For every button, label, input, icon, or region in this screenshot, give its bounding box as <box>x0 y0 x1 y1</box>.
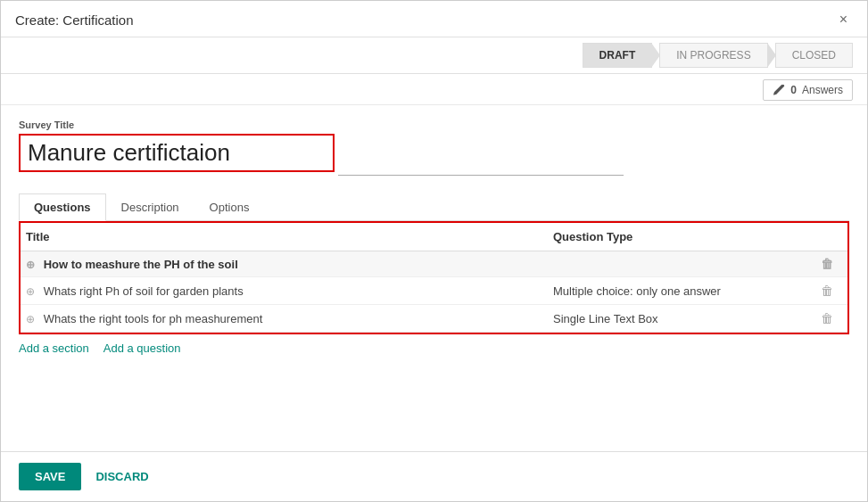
modal-body: Survey Title Questions Description Optio… <box>1 105 867 451</box>
question-type-cell: Single Line Text Box <box>548 305 815 333</box>
status-step-in-progress[interactable]: IN PROGRESS <box>659 43 767 68</box>
save-button[interactable]: SAVE <box>19 463 81 490</box>
question-title-text: Whats right Ph of soil for garden plants <box>44 284 244 298</box>
survey-title-underline <box>338 175 624 176</box>
drag-handle[interactable]: ⊕ <box>26 285 35 298</box>
close-button[interactable]: × <box>834 10 853 29</box>
questions-outline: Title Question Type ⊕ How to meashure th… <box>19 221 849 334</box>
col-type-header: Question Type <box>548 223 815 251</box>
add-section-link[interactable]: Add a section <box>19 342 89 355</box>
delete-icon[interactable]: 🗑 <box>821 311 833 325</box>
delete-cell: 🗑 <box>815 305 847 333</box>
edit-icon <box>773 84 785 96</box>
tab-description[interactable]: Description <box>106 193 194 220</box>
drag-handle[interactable]: ⊕ <box>26 313 35 325</box>
questions-table: Title Question Type ⊕ How to meashure th… <box>21 223 847 333</box>
question-type-cell: Multiple choice: only one answer <box>548 277 815 305</box>
modal-header: Create: Certification × <box>1 1 867 37</box>
section-title: ⊕ How to meashure the PH of the soil <box>21 251 815 277</box>
question-title-text: Whats the right tools for ph meashuremen… <box>44 312 263 325</box>
drag-handle[interactable]: ⊕ <box>26 259 35 271</box>
create-certification-modal: Create: Certification × DRAFT IN PROGRES… <box>0 0 868 502</box>
tab-questions[interactable]: Questions <box>19 193 106 221</box>
add-links: Add a section Add a question <box>19 342 849 355</box>
survey-title-input[interactable] <box>21 136 333 170</box>
delete-icon[interactable]: 🗑 <box>821 257 833 271</box>
answers-row: 0 Answers <box>1 74 867 105</box>
discard-button[interactable]: DISCARD <box>92 463 152 490</box>
survey-title-label: Survey Title <box>19 119 849 130</box>
status-step-closed[interactable]: CLOSED <box>775 43 853 68</box>
col-action-header <box>815 223 847 251</box>
table-row: ⊕ How to meashure the PH of the soil 🗑 <box>21 251 847 277</box>
delete-cell: 🗑 <box>815 277 847 305</box>
table-row: ⊕ Whats the right tools for ph meashurem… <box>21 305 847 333</box>
delete-icon[interactable]: 🗑 <box>821 284 833 298</box>
modal-footer: SAVE DISCARD <box>1 451 867 501</box>
question-title-cell: ⊕ Whats right Ph of soil for garden plan… <box>21 277 548 305</box>
tabs: Questions Description Options <box>19 193 849 221</box>
table-header-row: Title Question Type <box>21 223 847 251</box>
answers-button[interactable]: 0 Answers <box>763 79 853 101</box>
question-type-text: Multiple choice: only one answer <box>553 284 721 298</box>
table-row: ⊕ Whats right Ph of soil for garden plan… <box>21 277 847 305</box>
status-bar: DRAFT IN PROGRESS CLOSED <box>1 37 867 74</box>
modal-title: Create: Certification <box>15 12 134 28</box>
status-step-draft[interactable]: DRAFT <box>583 43 653 68</box>
section-title-text: How to meashure the PH of the soil <box>44 258 238 271</box>
survey-title-wrapper <box>19 134 335 172</box>
question-type-text: Single Line Text Box <box>553 312 658 325</box>
col-title-header: Title <box>21 223 548 251</box>
tab-options[interactable]: Options <box>194 193 265 220</box>
question-title-cell: ⊕ Whats the right tools for ph meashurem… <box>21 305 548 333</box>
add-question-link[interactable]: Add a question <box>103 342 181 355</box>
delete-cell: 🗑 <box>815 251 847 277</box>
